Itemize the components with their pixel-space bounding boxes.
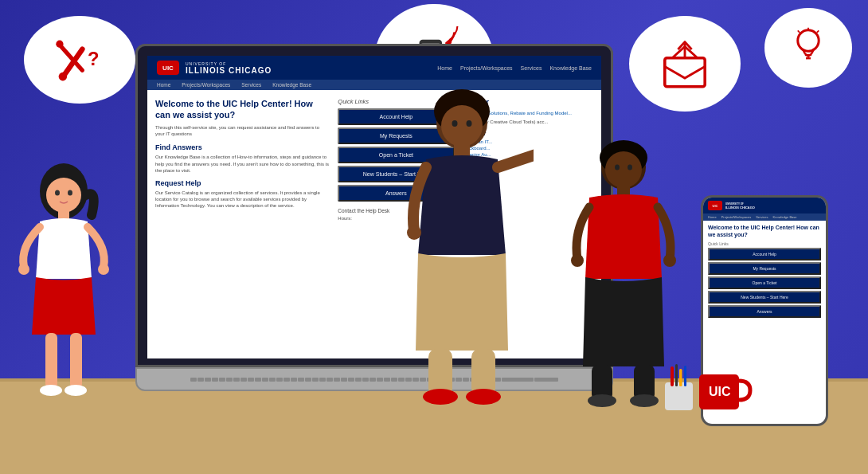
- svg-line-15: [817, 30, 819, 32]
- svg-point-22: [98, 264, 109, 275]
- tools-bubble: ?: [24, 16, 135, 104]
- svg-point-29: [441, 105, 483, 147]
- svg-rect-52: [671, 366, 674, 386]
- pencil-cup: [661, 362, 697, 414]
- svg-rect-24: [70, 333, 82, 389]
- laptop-keyboard: [135, 367, 613, 391]
- mobile-nav-services[interactable]: Services: [756, 215, 768, 219]
- subnav-services[interactable]: Services: [241, 82, 261, 88]
- welcome-desc: Through this self-service site, you can …: [155, 124, 330, 138]
- svg-point-42: [615, 165, 620, 170]
- mobile-welcome-text: Welcome to the UIC Help Center! How can …: [708, 224, 821, 238]
- lightbulb-bubble: [764, 8, 852, 88]
- mobile-subnav: Home Projects/Workspaces Services Knowle…: [703, 213, 826, 221]
- subnav-home[interactable]: Home: [157, 82, 170, 88]
- svg-point-10: [798, 30, 819, 51]
- find-answers-text: Our Knowledge Base is a collection of Ho…: [155, 154, 330, 174]
- svg-point-21: [18, 264, 29, 275]
- svg-text:?: ?: [88, 48, 100, 69]
- svg-point-46: [663, 254, 676, 267]
- uic-mug: UIC: [693, 358, 757, 414]
- svg-point-1: [59, 72, 68, 81]
- svg-point-30: [452, 120, 458, 127]
- mobile-open-ticket-button[interactable]: Open a Ticket: [708, 276, 821, 289]
- mobile-nav-knowledge[interactable]: Knowledge Base: [773, 215, 797, 219]
- svg-point-31: [467, 120, 472, 127]
- svg-rect-55: [684, 366, 686, 386]
- find-answers-title: Find Answers: [155, 143, 330, 151]
- svg-line-14: [798, 30, 800, 32]
- uic-logo: UIC: [157, 61, 179, 75]
- nav-services[interactable]: Services: [521, 65, 542, 71]
- nav-home[interactable]: Home: [437, 65, 452, 71]
- svg-point-50: [630, 394, 659, 407]
- svg-rect-23: [45, 333, 57, 389]
- mobile-quick-links-label: Quick Links: [708, 241, 821, 246]
- svg-point-37: [423, 389, 458, 405]
- svg-point-26: [65, 385, 87, 396]
- laptop: UIC UNIVERSITY OF ILLINOIS CHICAGO Home …: [135, 44, 613, 391]
- uic-title-block: UNIVERSITY OF ILLINOIS CHICAGO: [186, 61, 272, 75]
- svg-rect-53: [675, 364, 678, 386]
- subnav-knowledge[interactable]: Knowledge Base: [272, 82, 311, 88]
- svg-point-41: [605, 151, 642, 188]
- svg-point-17: [46, 178, 81, 213]
- mobile-my-requests-button[interactable]: My Requests: [708, 262, 821, 275]
- svg-rect-51: [665, 382, 693, 410]
- envelope-bubble: [629, 16, 741, 112]
- laptop-screen-outer: UIC UNIVERSITY OF ILLINOIS CHICAGO Home …: [135, 44, 613, 367]
- svg-point-45: [571, 254, 584, 267]
- svg-point-19: [68, 190, 72, 196]
- subnav-projects[interactable]: Projects/Workspaces: [182, 82, 230, 88]
- chicago-text: ILLINOIS CHICAGO: [186, 66, 272, 75]
- mobile-uic-logo: UIC: [708, 201, 722, 210]
- svg-point-18: [55, 190, 60, 196]
- mobile-navbar: UIC UNIVERSITY OF ILLINOIS CHICAGO: [703, 198, 826, 213]
- left-column: Welcome to the UIC Help Center! How can …: [155, 98, 330, 349]
- uic-navbar: UIC UNIVERSITY OF ILLINOIS CHICAGO Home …: [147, 56, 601, 80]
- svg-rect-54: [679, 369, 682, 386]
- mobile-account-help-button[interactable]: Account Help: [708, 248, 821, 261]
- svg-point-43: [628, 165, 632, 170]
- person-main-character: [390, 80, 534, 414]
- girl-character: [4, 151, 123, 414]
- nav-knowledge-base[interactable]: Knowledge Base: [549, 65, 592, 71]
- mobile-chicago-text: ILLINOIS CHICAGO: [725, 206, 755, 210]
- svg-text:UIC: UIC: [709, 385, 731, 398]
- svg-point-38: [466, 389, 501, 405]
- svg-point-3: [56, 41, 63, 48]
- uic-nav-links[interactable]: Home Projects/Workspaces Services Knowle…: [437, 65, 592, 71]
- mobile-answers-button[interactable]: Answers: [708, 305, 821, 318]
- svg-point-34: [407, 225, 421, 240]
- svg-rect-8: [665, 58, 705, 87]
- svg-point-49: [588, 394, 616, 407]
- mobile-nav-home[interactable]: Home: [708, 215, 717, 219]
- mobile-new-students-button[interactable]: New Students – Start Here: [708, 291, 821, 304]
- request-help-title: Request Help: [155, 179, 330, 187]
- svg-point-25: [40, 385, 62, 396]
- welcome-title: Welcome to the UIC Help Center! How can …: [155, 98, 330, 121]
- mobile-uic-title: UNIVERSITY OF ILLINOIS CHICAGO: [725, 202, 755, 210]
- mobile-nav-projects[interactable]: Projects/Workspaces: [721, 215, 752, 219]
- nav-projects[interactable]: Projects/Workspaces: [460, 65, 513, 71]
- request-help-text: Our Service Catalog is an organized coll…: [155, 190, 330, 210]
